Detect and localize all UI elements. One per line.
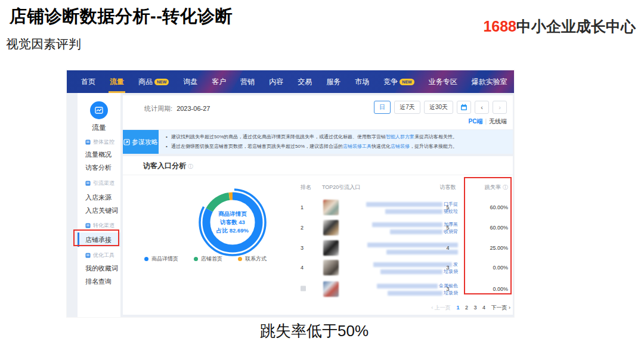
dashboard-screenshot: 首页 流量 商品NEW 询盘 客户 营销 内容 交易 服务 市场 竞争NEW 业… [67, 70, 514, 317]
nav-item-traffic[interactable]: 流量 [103, 70, 131, 93]
pagination: ‹ 上一页 1 2 3 4 下一页 › [123, 304, 510, 312]
advisor-strategy-button[interactable]: 参谋攻略 [123, 130, 159, 154]
redacted-rank-block [301, 286, 306, 291]
device-wireless-tab[interactable]: 无线端 [489, 118, 507, 125]
table-row[interactable]: 4 发 垃圾袋 3 0.00% [123, 258, 513, 277]
tip-text: 建议找到跳失率超过50%的商品，通过优化商品详情页来降低跳失率，或通过优化标题、… [171, 134, 386, 139]
new-badge: NEW [400, 79, 414, 85]
next-date-button[interactable]: › [493, 101, 507, 114]
row-bounce-rate: 0.00% [460, 286, 508, 292]
row-bounce-rate: 25.00% [460, 245, 508, 251]
sidebar-item-entry-source[interactable]: 入店来源 [78, 193, 120, 202]
table-row[interactable]: 金属银色 垃圾袋 3 0.00% [123, 280, 513, 299]
range-button-7days[interactable]: 近7天 [394, 101, 420, 114]
row-rank: 4 [301, 265, 318, 271]
tip-text: 通过左侧饼图切换至店铺首页数据，若店铺首页跳失率超过50%，建议选择合适的 [171, 144, 343, 149]
sidebar-item-rank-query[interactable]: 排名查询 [78, 277, 120, 286]
doc-icon [85, 253, 91, 258]
divider [123, 175, 513, 175]
row-rank: 3 [301, 245, 318, 251]
product-thumbnail-blurred [323, 260, 339, 275]
sidebar-section-optimization-tools[interactable]: 优化工具 [78, 250, 120, 260]
slide-caption: 跳失率低于50% [260, 321, 369, 342]
calendar-button[interactable] [457, 101, 471, 114]
sidebar-item-entry-keywords[interactable]: 入店关键词 [78, 206, 120, 215]
nav-item-label: 竞争 [383, 77, 398, 87]
advisor-strategy-label: 参谋攻略 [132, 138, 158, 147]
divider: | [485, 118, 487, 125]
header-rank: 排名 [301, 184, 318, 191]
pagination-page-2[interactable]: 2 [465, 305, 468, 311]
nav-item-service[interactable]: 服务 [319, 70, 348, 93]
stats-period-label: 统计周期: [144, 105, 172, 112]
prev-date-button[interactable]: ‹ [475, 101, 489, 114]
visitor-entry-analysis-card: 访客入口分析ⓘ 商品详情页 访客数 43 占比 82.69% 商品详情页 店铺首… [123, 156, 513, 315]
stats-header-card: 统计周期: 2023-06-27 日 近7天 近30天 ‹ › PC端|无线端 [123, 95, 513, 129]
shop-decoration-tool-link[interactable]: 店铺装修工具 [343, 144, 371, 149]
slide-subtitle: 视觉因素评判 [6, 36, 81, 52]
pagination-next[interactable]: 下一页 › [491, 305, 511, 311]
sidebar-section-traffic-channels[interactable]: 引流渠道 [78, 178, 120, 188]
section-title-text: 访客入口分析 [143, 162, 186, 170]
sidebar-item-label: 排名查询 [85, 277, 112, 286]
sidebar-item-label: 我的收藏词 [85, 264, 118, 273]
table-row[interactable]: 2 加厚黑 收袋背 5 60.00% [123, 218, 513, 237]
nav-item-business-zone[interactable]: 业务专区 [422, 70, 465, 93]
sidebar-section-monitoring[interactable]: 整体监控 [78, 137, 120, 147]
device-pc-tab[interactable]: PC端 [468, 118, 482, 125]
nav-item-label: 商品 [138, 77, 153, 87]
table-header: 排名 TOP20引流入口 访客数 跳失率ⓘ [123, 184, 513, 192]
sidebar-app-label: 流量 [78, 123, 120, 133]
sidebar-item-label: 入店来源 [85, 193, 112, 202]
sidebar-item-my-saved-words[interactable]: 我的收藏词 [78, 263, 120, 273]
header-bounce: 跳失率ⓘ [460, 184, 508, 191]
nav-item-customers[interactable]: 客户 [205, 70, 233, 93]
pagination-page-1[interactable]: 1 [456, 305, 459, 311]
tips-body: 建议找到跳失率超过50%的商品，通过优化商品详情页来降低跳失率，或通过优化标题、… [159, 130, 513, 154]
nav-item-trade[interactable]: 交易 [290, 70, 319, 93]
logo-brand: 1688 [483, 18, 516, 35]
shop-decoration-link[interactable]: 店铺装修 [391, 144, 410, 149]
traffic-chart-icon [90, 101, 108, 119]
sidebar-item-label: 整体监控 [93, 138, 114, 146]
info-icon[interactable]: ⓘ [503, 184, 508, 190]
nav-item-inquiry[interactable]: 询盘 [176, 70, 205, 93]
smart-audience-link[interactable]: 智能人群方案 [386, 134, 414, 139]
tip-text: 快速优化 [371, 144, 391, 149]
product-thumbnail-blurred [323, 281, 339, 297]
pagination-prev[interactable]: ‹ 上一页 [431, 305, 451, 311]
nav-item-competition[interactable]: 竞争NEW [376, 70, 421, 93]
doc-icon [85, 223, 91, 228]
date-range-group: 日 近7天 近30天 ‹ › [374, 101, 507, 114]
range-button-day[interactable]: 日 [374, 101, 391, 114]
table-row[interactable]: 3 4 25.00% [123, 238, 513, 257]
pagination-page-3[interactable]: 3 [473, 305, 476, 311]
tip-text: 来提高访客相关性。 [414, 134, 457, 139]
sidebar-item-visitor-analysis[interactable]: 访客分析 [78, 163, 120, 172]
pagination-page-4[interactable]: 4 [482, 305, 485, 311]
sidebar-section-conversion-channels[interactable]: 转化渠道 [78, 221, 120, 230]
info-icon[interactable]: ⓘ [188, 163, 193, 169]
sidebar-item-shop-reception[interactable]: 店铺承接 [78, 232, 120, 247]
doc-icon [85, 181, 91, 186]
blurred-text-bar [377, 284, 438, 288]
range-button-30days[interactable]: 近30天 [424, 101, 453, 114]
nav-item-products[interactable]: 商品NEW [131, 70, 176, 93]
nav-item-hot-lab[interactable]: 爆款实验室 [465, 70, 514, 93]
external-link-icon [123, 139, 130, 145]
advisor-tips: 参谋攻略 建议找到跳失率超过50%的商品，通过优化商品详情页来降低跳失率，或通过… [123, 130, 513, 154]
nav-item-market[interactable]: 市场 [348, 70, 376, 93]
nav-item-content[interactable]: 内容 [262, 70, 290, 93]
row-rank: 2 [301, 225, 318, 231]
sidebar-item-label: 访客分析 [85, 163, 112, 172]
nav-item-marketing[interactable]: 营销 [233, 70, 262, 93]
nav-item-home[interactable]: 首页 [74, 70, 103, 93]
sidebar-item-traffic-overview[interactable]: 流量概况 [78, 150, 120, 159]
product-thumbnail-blurred [323, 200, 339, 215]
row-bounce-rate: 60.00% [460, 204, 508, 210]
row-bounce-rate: 60.00% [460, 225, 508, 231]
table-row[interactable]: 1 口手提 驱蚊垃 5 60.00% [123, 198, 513, 217]
sidebar-item-label: 引流渠道 [93, 179, 114, 187]
sidebar: 流量 整体监控 流量概况 访客分析 引流渠道 入店来源 入店关键词 转化渠道 店… [78, 93, 120, 317]
product-thumbnail-blurred [323, 240, 339, 256]
